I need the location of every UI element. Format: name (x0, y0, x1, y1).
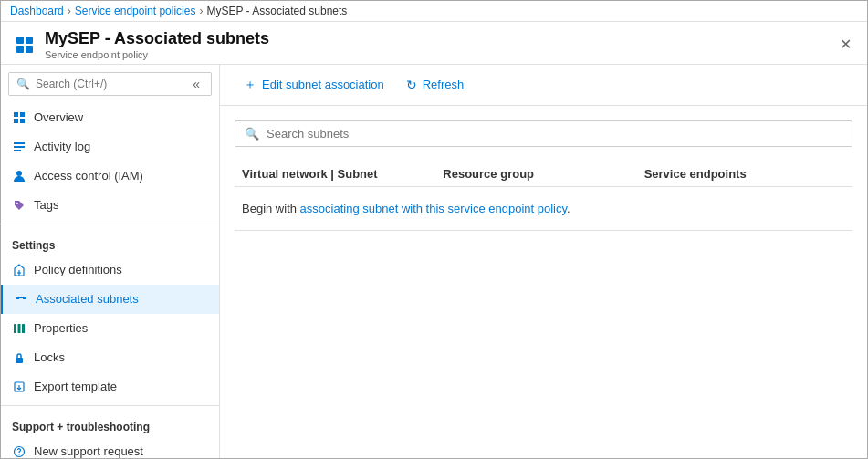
sidebar-item-overview[interactable]: Overview (1, 103, 219, 132)
content-area: ＋ Edit subnet association ↻ Refresh 🔍 Vi… (220, 65, 867, 458)
svg-rect-1 (26, 37, 33, 44)
search-input[interactable] (36, 78, 183, 90)
page-title: MySEP - Associated subnets (45, 29, 269, 49)
support-section-header: Support + troubleshooting (1, 410, 219, 437)
divider-1 (1, 224, 219, 224)
sidebar-item-properties[interactable]: Properties (1, 314, 219, 343)
edit-icon: ＋ (244, 77, 256, 93)
search-subnets-input[interactable] (267, 127, 842, 141)
breadcrumb-dashboard[interactable]: Dashboard (10, 5, 64, 17)
svg-rect-12 (14, 142, 25, 144)
associated-subnets-icon (14, 292, 28, 307)
policy-definitions-icon (12, 263, 26, 277)
breadcrumb-sep-policies[interactable]: Service endpoint policies (75, 5, 196, 17)
search-subnets-box[interactable]: 🔍 (235, 120, 852, 147)
toolbar: ＋ Edit subnet association ↻ Refresh (220, 65, 867, 106)
main-content: 🔍 « Overview Activity log (1, 65, 867, 458)
access-control-icon (12, 169, 26, 183)
properties-icon (12, 321, 26, 336)
svg-point-29 (18, 454, 19, 454)
sidebar-label-activity-log: Activity log (34, 140, 90, 153)
col-header-vnet: Virtual network | Subnet (242, 167, 443, 181)
svg-rect-14 (14, 150, 21, 151)
sidebar-item-activity-log[interactable]: Activity log (1, 132, 219, 162)
empty-state: Begin with associating subnet with this … (235, 187, 852, 231)
tags-icon (12, 198, 26, 213)
resource-icon (12, 32, 37, 57)
title-bar: MySEP - Associated subnets Service endpo… (1, 22, 867, 65)
breadcrumb: Dashboard › Service endpoint policies › … (1, 1, 867, 22)
refresh-label: Refresh (423, 78, 465, 91)
edit-subnet-button[interactable]: ＋ Edit subnet association (235, 72, 393, 98)
sidebar-item-associated-subnets[interactable]: Associated subnets (1, 285, 219, 314)
divider-2 (1, 405, 219, 406)
svg-rect-2 (16, 46, 24, 53)
content-body: 🔍 Virtual network | Subnet Resource grou… (220, 106, 867, 458)
collapse-button[interactable]: « (189, 77, 204, 91)
sidebar-item-policy-definitions[interactable]: Policy definitions (1, 256, 219, 285)
search-subnets-icon: 🔍 (245, 127, 259, 141)
page-subtitle: Service endpoint policy (45, 49, 269, 60)
sidebar-label-overview: Overview (34, 110, 83, 124)
title-text: MySEP - Associated subnets Service endpo… (45, 29, 269, 60)
svg-rect-19 (16, 297, 19, 299)
breadcrumb-current: MySEP - Associated subnets (206, 5, 347, 17)
settings-section-header: Settings (1, 228, 219, 256)
sidebar-item-export-template[interactable]: Export template (1, 372, 219, 402)
sidebar-item-new-support[interactable]: New support request (1, 437, 219, 458)
svg-rect-8 (14, 112, 18, 117)
sidebar-label-locks: Locks (34, 350, 65, 364)
edit-subnet-label: Edit subnet association (262, 78, 384, 91)
sidebar-label-associated-subnets: Associated subnets (36, 292, 139, 306)
support-request-icon (12, 444, 26, 458)
svg-rect-22 (14, 324, 16, 333)
svg-rect-23 (18, 324, 21, 333)
svg-rect-3 (26, 46, 33, 53)
empty-prefix: Begin with (242, 202, 300, 215)
activity-log-icon (12, 140, 26, 154)
col-header-se: Service endpoints (644, 167, 845, 181)
sidebar-label-export-template: Export template (34, 380, 117, 393)
svg-rect-0 (16, 37, 24, 44)
search-box[interactable]: 🔍 « (8, 72, 212, 96)
search-icon: 🔍 (16, 78, 30, 90)
svg-point-16 (16, 203, 18, 204)
sidebar-label-policy-definitions: Policy definitions (34, 263, 122, 276)
svg-rect-10 (14, 119, 18, 123)
empty-suffix: . (567, 202, 570, 215)
svg-rect-13 (14, 146, 25, 148)
locks-icon (12, 350, 26, 365)
sidebar-label-properties: Properties (34, 321, 88, 335)
table-header: Virtual network | Subnet Resource group … (235, 162, 852, 187)
export-template-icon (12, 380, 26, 394)
svg-rect-11 (20, 119, 25, 123)
sidebar-item-access-control[interactable]: Access control (IAM) (1, 162, 219, 191)
main-window: Dashboard › Service endpoint policies › … (0, 0, 868, 459)
sidebar-item-tags[interactable]: Tags (1, 191, 219, 220)
col-header-rg: Resource group (443, 167, 643, 181)
sidebar-item-locks[interactable]: Locks (1, 343, 219, 372)
sidebar-label-access-control: Access control (IAM) (34, 169, 143, 183)
breadcrumb-sep-1: › (68, 5, 71, 17)
refresh-icon: ↻ (406, 78, 417, 92)
title-left: MySEP - Associated subnets Service endpo… (12, 29, 269, 60)
empty-link[interactable]: associating subnet with this service end… (300, 202, 567, 215)
svg-rect-9 (20, 112, 25, 117)
svg-rect-20 (23, 297, 26, 299)
svg-point-15 (16, 171, 22, 176)
sidebar: 🔍 « Overview Activity log (1, 65, 220, 458)
sidebar-label-tags: Tags (34, 198, 58, 212)
breadcrumb-sep-2: › (199, 5, 203, 17)
svg-rect-25 (16, 358, 23, 363)
refresh-button[interactable]: ↻ Refresh (397, 73, 474, 97)
overview-icon (12, 110, 26, 125)
close-button[interactable]: ✕ (834, 34, 856, 56)
sidebar-label-new-support: New support request (34, 444, 143, 458)
svg-rect-24 (22, 324, 25, 333)
